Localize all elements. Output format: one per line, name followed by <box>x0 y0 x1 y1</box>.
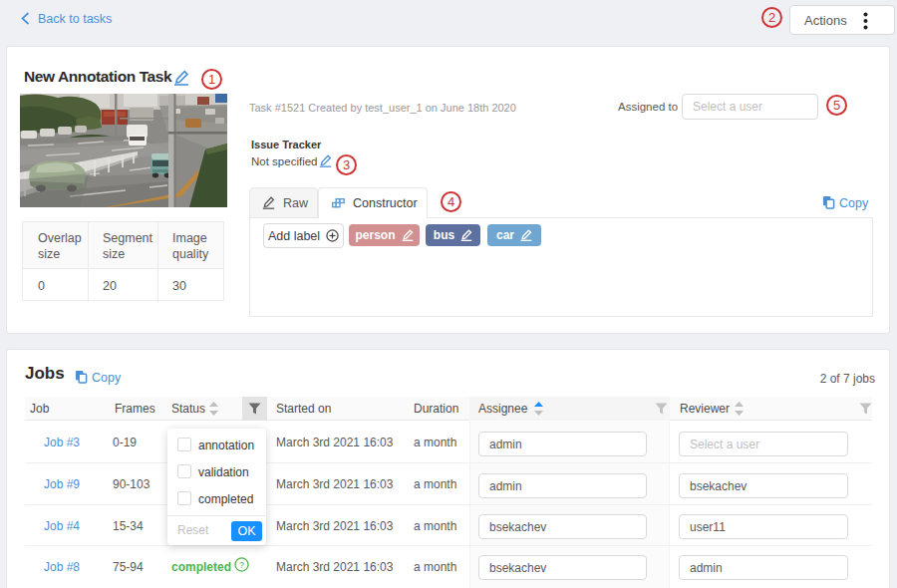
svg-text:?: ? <box>239 560 244 570</box>
